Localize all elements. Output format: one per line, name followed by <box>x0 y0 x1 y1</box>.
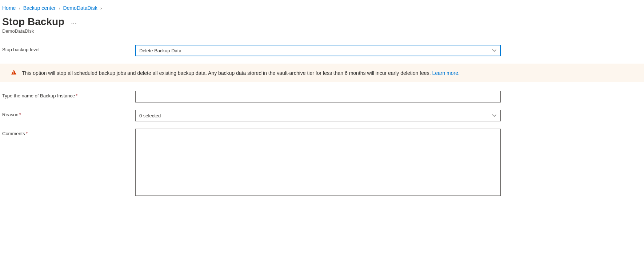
breadcrumb-link-demodatadisk[interactable]: DemoDataDisk <box>63 5 97 11</box>
label-instance-name: Type the name of Backup Instance* <box>2 91 135 98</box>
breadcrumb: Home › Backup center › DemoDataDisk › <box>2 3 642 11</box>
label-comments: Comments* <box>2 129 135 136</box>
page-header: Stop Backup ⋯ DemoDataDisk <box>2 16 642 34</box>
select-value: Delete Backup Data <box>139 48 492 53</box>
label-stop-backup-level: Stop backup level <box>2 45 135 52</box>
breadcrumb-link-home[interactable]: Home <box>2 5 16 11</box>
warning-icon <box>11 69 17 76</box>
chevron-right-icon: › <box>100 5 102 11</box>
svg-rect-1 <box>13 73 14 74</box>
chevron-down-icon <box>492 48 497 53</box>
more-actions-icon[interactable]: ⋯ <box>71 17 77 26</box>
label-reason: Reason* <box>2 110 135 117</box>
select-reason[interactable]: 0 selected <box>135 110 501 121</box>
textarea-comments[interactable] <box>135 129 501 196</box>
row-instance-name: Type the name of Backup Instance* <box>2 91 642 102</box>
required-asterisk: * <box>26 131 28 136</box>
required-asterisk: * <box>19 112 21 117</box>
row-stop-backup-level: Stop backup level Delete Backup Data <box>2 45 642 56</box>
breadcrumb-link-backup-center[interactable]: Backup center <box>23 5 56 11</box>
learn-more-link[interactable]: Learn more. <box>432 70 459 76</box>
row-reason: Reason* 0 selected <box>2 110 642 121</box>
select-value: 0 selected <box>139 113 492 118</box>
page-title: Stop Backup <box>2 16 64 28</box>
required-asterisk: * <box>76 93 77 98</box>
svg-rect-0 <box>13 71 14 73</box>
warning-banner: This option will stop all scheduled back… <box>0 64 644 82</box>
chevron-right-icon: › <box>19 5 20 11</box>
page-subtitle: DemoDataDisk <box>2 28 642 34</box>
row-comments: Comments* <box>2 129 642 197</box>
input-instance-name[interactable] <box>135 91 501 102</box>
warning-text: This option will stop all scheduled back… <box>22 70 636 76</box>
chevron-right-icon: › <box>59 5 60 11</box>
chevron-down-icon <box>492 113 497 118</box>
select-stop-backup-level[interactable]: Delete Backup Data <box>135 45 501 56</box>
